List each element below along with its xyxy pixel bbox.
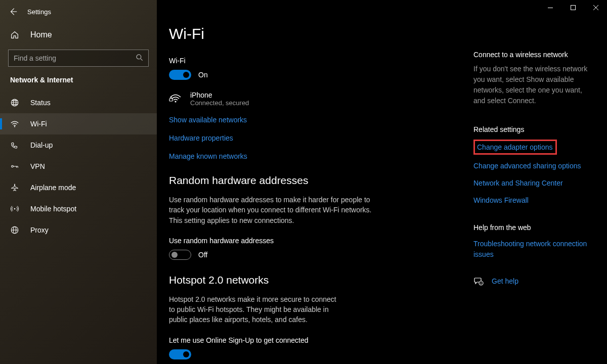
maximize-button[interactable] bbox=[561, 0, 584, 15]
svg-rect-11 bbox=[169, 99, 172, 101]
wifi-icon bbox=[10, 119, 19, 128]
windows-firewall-link[interactable]: Windows Firewall bbox=[473, 196, 529, 204]
search-input[interactable] bbox=[8, 50, 149, 67]
sidebar-item-airplane[interactable]: Airplane mode bbox=[0, 177, 157, 198]
vpn-icon bbox=[10, 162, 19, 171]
sidebar-item-label: Wi-Fi bbox=[30, 120, 47, 128]
manage-known-networks-link[interactable]: Manage known networks bbox=[169, 152, 247, 160]
network-name: iPhone bbox=[190, 91, 249, 99]
sidebar-item-label: Status bbox=[30, 99, 51, 107]
troubleshoot-link[interactable]: Troubleshooting network connection issue… bbox=[473, 239, 590, 260]
sidebar-item-status[interactable]: Status bbox=[0, 92, 157, 113]
dialup-icon bbox=[10, 141, 19, 150]
globe-icon bbox=[10, 98, 19, 107]
wifi-label: Wi-Fi bbox=[169, 57, 457, 65]
page-title: Wi-Fi bbox=[169, 25, 457, 42]
sidebar-item-hotspot[interactable]: Mobile hotspot bbox=[0, 198, 157, 219]
sidebar: Settings Home Network & Internet Status bbox=[0, 0, 157, 364]
connected-network[interactable]: iPhone Connected, secured bbox=[169, 91, 457, 107]
svg-point-10 bbox=[175, 101, 176, 102]
sidebar-item-proxy[interactable]: Proxy bbox=[0, 219, 157, 241]
help-heading: Help from the web bbox=[473, 223, 598, 232]
svg-point-5 bbox=[14, 126, 15, 127]
sidebar-item-vpn[interactable]: VPN bbox=[0, 156, 157, 177]
sidebar-item-label: Dial-up bbox=[30, 141, 53, 149]
get-help-link[interactable]: Get help bbox=[492, 277, 518, 285]
home-label: Home bbox=[30, 30, 52, 39]
show-networks-link[interactable]: Show available networks bbox=[169, 116, 247, 124]
close-button[interactable] bbox=[584, 0, 607, 15]
wifi-toggle-state: On bbox=[198, 71, 208, 79]
change-adapter-options-link[interactable]: Change adapter options bbox=[477, 143, 552, 151]
sidebar-item-label: Mobile hotspot bbox=[30, 205, 76, 213]
airplane-icon bbox=[10, 183, 19, 192]
hotspot-desc: Hotspot 2.0 networks make it more secure… bbox=[169, 294, 341, 325]
proxy-icon bbox=[10, 225, 19, 235]
hardware-properties-link[interactable]: Hardware properties bbox=[169, 134, 233, 142]
category-label: Network & Internet bbox=[0, 74, 157, 92]
svg-point-7 bbox=[14, 208, 16, 210]
minimize-button[interactable] bbox=[539, 0, 561, 15]
connect-heading: Connect to a wireless network bbox=[473, 51, 598, 59]
main-content: Wi-Fi Wi-Fi On iPhone Connected, secured… bbox=[169, 25, 467, 364]
network-status: Connected, secured bbox=[190, 99, 249, 107]
wifi-secured-icon bbox=[169, 92, 182, 104]
random-toggle-label: Use random hardware addresses bbox=[169, 237, 457, 245]
sidebar-item-label: Proxy bbox=[30, 226, 49, 234]
svg-rect-0 bbox=[548, 8, 553, 8]
back-button[interactable] bbox=[8, 7, 18, 16]
hotspot-heading: Hotspot 2.0 networks bbox=[169, 274, 457, 286]
sidebar-item-label: Airplane mode bbox=[30, 184, 76, 192]
random-addresses-toggle[interactable] bbox=[169, 250, 191, 260]
hotspot-toggle-label: Let me use Online Sign-Up to get connect… bbox=[169, 336, 457, 344]
random-addresses-heading: Random hardware addresses bbox=[169, 174, 457, 187]
svg-point-6 bbox=[12, 165, 14, 167]
highlight-annotation: Change adapter options bbox=[473, 140, 557, 155]
app-title: Settings bbox=[27, 8, 51, 16]
home-icon bbox=[10, 30, 19, 39]
svg-point-13 bbox=[481, 284, 482, 285]
sidebar-item-label: VPN bbox=[30, 162, 45, 170]
side-panel: Connect to a wireless network If you don… bbox=[467, 25, 607, 364]
random-addresses-desc: Use random hardware addresses to make it… bbox=[169, 195, 386, 225]
random-toggle-state: Off bbox=[198, 251, 207, 259]
hotspot-icon bbox=[10, 204, 19, 213]
sidebar-item-wifi[interactable]: Wi-Fi bbox=[0, 113, 157, 134]
hotspot-toggle[interactable] bbox=[169, 349, 191, 359]
network-sharing-center-link[interactable]: Network and Sharing Center bbox=[473, 179, 563, 187]
sidebar-item-dialup[interactable]: Dial-up bbox=[0, 134, 157, 156]
related-settings-heading: Related settings bbox=[473, 125, 598, 133]
change-sharing-options-link[interactable]: Change advanced sharing options bbox=[473, 162, 581, 170]
sidebar-item-home[interactable]: Home bbox=[0, 25, 157, 44]
chat-icon bbox=[473, 276, 484, 286]
svg-rect-1 bbox=[571, 6, 575, 10]
wifi-toggle[interactable] bbox=[169, 70, 191, 80]
connect-desc: If you don't see the wireless network yo… bbox=[473, 64, 590, 106]
